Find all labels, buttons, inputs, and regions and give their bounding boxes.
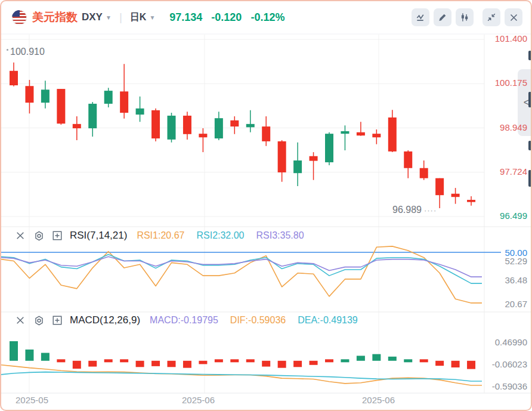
rsi-close-button[interactable] bbox=[14, 230, 26, 242]
candle-body bbox=[278, 141, 286, 172]
draw-button[interactable] bbox=[434, 8, 451, 26]
macd-histogram-bar bbox=[41, 353, 50, 361]
macd-value: MACD:-0.19795 bbox=[150, 315, 218, 326]
candle-body bbox=[120, 91, 128, 113]
period-label: 日K bbox=[130, 11, 147, 24]
price-axis-label: 101.400 bbox=[495, 33, 527, 45]
price-change-pct: -0.12% bbox=[250, 11, 284, 24]
rsi-add-button[interactable] bbox=[51, 230, 63, 242]
candle-body bbox=[57, 89, 65, 123]
rsi2-value: RSI2:32.00 bbox=[196, 230, 244, 241]
close-icon bbox=[509, 13, 518, 22]
candle-body bbox=[420, 168, 428, 178]
rsi3-line bbox=[1, 257, 482, 277]
price-axis-label: 100.175 bbox=[495, 77, 527, 89]
macd-close-button[interactable] bbox=[14, 314, 26, 326]
macd-settings-button[interactable] bbox=[33, 314, 45, 326]
chevron-down-icon: ▼ bbox=[149, 14, 155, 21]
date-axis-label: 2025-06 bbox=[182, 395, 215, 405]
candle-body bbox=[88, 104, 97, 128]
candle-body bbox=[246, 124, 255, 127]
candle-body bbox=[41, 89, 50, 103]
macd-histogram-bar bbox=[262, 361, 270, 367]
candle-body bbox=[372, 134, 381, 137]
low-leader-dots: ···· bbox=[424, 206, 437, 215]
macd-title: MACD(12,26,9) bbox=[70, 314, 140, 326]
candle-body bbox=[215, 118, 223, 138]
high-annotation: 100.910 bbox=[7, 47, 45, 57]
price-group: 97.134 -0.120 -0.12% bbox=[169, 11, 284, 24]
candle-body bbox=[293, 160, 302, 173]
draw-icon bbox=[438, 13, 447, 22]
macd-histogram-bar bbox=[151, 361, 160, 366]
macd-histogram-bar bbox=[467, 361, 475, 369]
candle-body bbox=[388, 118, 397, 152]
date-axis-label: 2025-05 bbox=[16, 395, 48, 405]
chevron-down-icon: ▼ bbox=[106, 14, 112, 21]
chart-header: 美元指数 DXY ▼ | 日K ▼ 97.134 -0.120 -0.12% bbox=[12, 7, 522, 28]
macd-header: MACD(12,26,9) MACD:-0.19795 DIF:-0.59036… bbox=[14, 314, 370, 326]
macd-axis-label: -0.59036 bbox=[492, 381, 527, 393]
rsi-settings-button[interactable] bbox=[33, 230, 45, 242]
macd-histogram-bar bbox=[215, 359, 223, 362]
rsi-ref-label: 50.00 bbox=[505, 247, 527, 259]
gear-icon bbox=[33, 315, 45, 326]
candle-body bbox=[183, 116, 191, 134]
rsi-header: RSI(7,14,21) RSI1:20.67 RSI2:32.00 RSI3:… bbox=[14, 230, 316, 242]
candle-body bbox=[151, 110, 160, 138]
price-axis-label: 96.499 bbox=[500, 210, 527, 222]
background-artifact bbox=[528, 141, 531, 150]
last-price: 97.134 bbox=[169, 11, 202, 24]
low-annotation: 96.989 ···· bbox=[392, 205, 437, 215]
candle-body bbox=[325, 134, 333, 162]
candle-body bbox=[451, 194, 460, 197]
candle-body bbox=[136, 109, 144, 115]
line-chart-button[interactable] bbox=[412, 8, 429, 26]
macd-axis-label: -0.06023 bbox=[492, 359, 527, 370]
macd-histogram-bar bbox=[357, 356, 365, 360]
price-axis-label: 98.949 bbox=[500, 122, 527, 134]
candle-body bbox=[104, 91, 113, 104]
symbol-code: DXY bbox=[82, 11, 103, 23]
dea-value: DEA:-0.49139 bbox=[298, 315, 358, 326]
candle-body bbox=[199, 134, 207, 137]
background-artifact bbox=[528, 92, 531, 107]
candle-body bbox=[262, 126, 270, 141]
macd-histogram-bar bbox=[183, 361, 191, 368]
macd-histogram-bar bbox=[104, 359, 113, 362]
macd-histogram-bar bbox=[57, 359, 65, 362]
background-artifact bbox=[528, 170, 531, 187]
macd-histogram-bar bbox=[325, 359, 333, 362]
macd-histogram-bar bbox=[10, 341, 18, 361]
macd-axis-label: 0.46990 bbox=[495, 336, 527, 348]
candlestick-style-button[interactable] bbox=[456, 8, 474, 26]
candle-body bbox=[357, 132, 365, 135]
macd-histogram-bar bbox=[293, 361, 302, 367]
period-selector[interactable]: 日K ▼ bbox=[130, 11, 155, 24]
candle-body bbox=[435, 178, 444, 195]
macd-histogram-bar bbox=[25, 350, 33, 361]
candle-body bbox=[10, 71, 18, 85]
us-flag-icon bbox=[12, 10, 27, 25]
chart-plot-area[interactable] bbox=[1, 1, 532, 411]
dif-value: DIF:-0.59036 bbox=[230, 315, 286, 326]
collapse-chart-button[interactable] bbox=[482, 8, 500, 26]
macd-histogram-bar bbox=[404, 359, 412, 362]
candlestick-icon bbox=[460, 13, 469, 22]
macd-histogram-bar bbox=[246, 359, 255, 362]
close-chart-button[interactable] bbox=[505, 8, 522, 26]
date-axis-label: 2025-06 bbox=[362, 395, 395, 405]
chart-toolbar bbox=[407, 8, 522, 26]
price-change: -0.120 bbox=[211, 11, 242, 24]
symbol-selector[interactable]: DXY ▼ bbox=[78, 11, 112, 23]
candle-body bbox=[168, 116, 176, 140]
symbol-name: 美元指数 bbox=[32, 10, 78, 25]
candle-body bbox=[404, 152, 412, 168]
macd-histogram-bar bbox=[341, 359, 349, 362]
macd-histogram-bar bbox=[120, 359, 128, 362]
rsi1-value: RSI1:20.67 bbox=[137, 230, 184, 241]
close-icon bbox=[16, 316, 25, 325]
header-divider: | bbox=[119, 11, 122, 24]
macd-add-button[interactable] bbox=[51, 314, 63, 326]
rsi-axis-label: 20.67 bbox=[505, 298, 527, 310]
